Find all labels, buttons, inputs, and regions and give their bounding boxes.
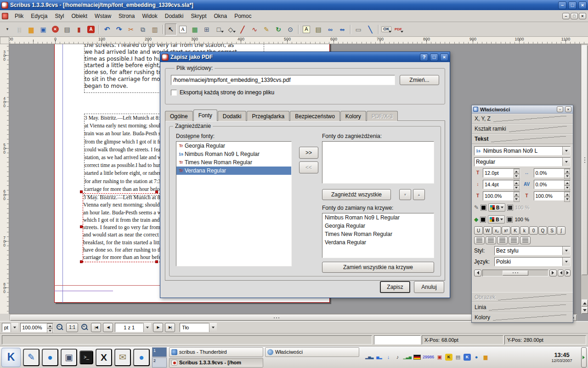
desktop-pager[interactable]: 1 2 — [152, 347, 167, 368]
spin-up-icon[interactable] — [564, 169, 570, 174]
dialog-tab[interactable]: Fonty — [193, 109, 217, 121]
dialog-tab[interactable]: Bezpieczeństwo — [290, 111, 340, 121]
spin-down-icon[interactable] — [514, 197, 520, 202]
toolbar-handle-icon[interactable]: ▾ — [1, 23, 13, 35]
toolbar-separator[interactable] — [348, 23, 352, 35]
paragraph-style-combo[interactable]: Bez stylu — [494, 246, 571, 255]
outline-font-item[interactable]: Georgia Regular — [322, 222, 434, 230]
section-image[interactable]: Obrazek — [472, 292, 573, 302]
zoom-reset-button[interactable]: 1:1 — [66, 323, 78, 332]
tray-traffic-icon[interactable]: ▅▂ — [375, 354, 383, 361]
window-titlebar[interactable]: Scribus 1.3.3.9cvs - [/home/maciej/tmp/f… — [0, 0, 588, 10]
terminal-icon[interactable]: >_ — [79, 351, 93, 364]
stroke-shade-swatch[interactable] — [507, 205, 513, 211]
palette-titlebar[interactable]: Właściwości ▫ × — [472, 105, 573, 114]
aqua-app-icon[interactable]: ● — [133, 349, 150, 366]
text-effect-button[interactable]: S — [548, 226, 556, 235]
outline-all-button[interactable]: Zamień wszystkie na krzywe — [322, 262, 434, 273]
dialog-tab[interactable]: Ogólne — [165, 111, 193, 121]
frame-handle[interactable] — [155, 260, 158, 263]
tray-cpu-icon[interactable]: ▁▃▅ — [403, 354, 411, 361]
save-button[interactable]: Zapisz — [380, 281, 410, 293]
spin-down-icon[interactable] — [564, 197, 570, 202]
insert-image-frame-button[interactable]: ▦ — [189, 23, 201, 35]
insert-freehand-button[interactable]: ✎ — [260, 23, 272, 35]
text-effect-button[interactable]: k — [520, 226, 529, 235]
tracking-spinner[interactable]: 0.0% — [534, 168, 571, 178]
line-spacing-spinner[interactable]: 14.4pt — [483, 180, 520, 189]
tab-scroll-right-icon[interactable] — [565, 270, 571, 276]
spin-up-icon[interactable] — [514, 180, 520, 185]
menu-item[interactable]: Widok — [138, 12, 161, 21]
menu-item[interactable]: Dodatki — [161, 12, 187, 21]
font-size-spinner[interactable]: 12.0pt — [483, 168, 520, 178]
font-family-combo[interactable]: 1s Nimbus Roman No9 L — [474, 146, 571, 155]
spin-up-icon[interactable] — [514, 169, 520, 174]
toolbar-separator[interactable] — [161, 23, 165, 35]
menu-item[interactable]: Edycja — [27, 12, 51, 21]
fill-color-swatch[interactable] — [480, 217, 486, 223]
menu-item[interactable]: Pomoc — [231, 12, 255, 21]
scrollbar-thumb[interactable] — [503, 270, 529, 276]
export-each-page-checkbox[interactable] — [171, 90, 177, 96]
close-document-button[interactable]: × — [49, 23, 61, 35]
next-page-button[interactable]: ▶ — [153, 323, 163, 332]
link-text-frames-button[interactable]: ∞ — [324, 23, 336, 35]
insert-line-button[interactable]: ╱ — [237, 23, 249, 35]
section-xyz[interactable]: X, Y, Z — [472, 114, 573, 124]
chevron-down-icon[interactable] — [562, 247, 570, 255]
menu-item[interactable]: Strona — [115, 12, 138, 21]
first-page-button[interactable]: |◀ — [91, 323, 101, 332]
outline-font-item[interactable]: Times New Roman Regular — [322, 230, 434, 238]
section-shape[interactable]: Kształt ramki — [472, 124, 573, 134]
text-effect-button[interactable]: Q — [538, 226, 547, 235]
insert-table-button[interactable]: ⊞ — [201, 23, 213, 35]
spin-up-icon[interactable] — [564, 192, 570, 197]
help-button[interactable]: ? — [420, 53, 428, 61]
chevron-down-icon[interactable] — [209, 323, 217, 332]
mdi-restore-button[interactable]: □ — [571, 13, 578, 19]
align-left-button[interactable] — [474, 236, 485, 244]
menu-item[interactable]: Plik — [11, 12, 27, 21]
panel-hide-button[interactable] — [581, 347, 587, 368]
unit-combo[interactable]: pt — [2, 323, 18, 332]
menu-item[interactable]: Okna — [210, 12, 231, 21]
open-document-button[interactable]: ▆ — [25, 23, 37, 35]
cancel-button[interactable]: Anuluj — [414, 281, 444, 293]
scroll-right-icon[interactable] — [549, 270, 557, 276]
frame-handle[interactable] — [80, 190, 83, 193]
pager-desktop[interactable]: 2 — [152, 357, 167, 368]
last-page-button[interactable]: ▶| — [165, 323, 175, 332]
align-justify-button[interactable] — [509, 236, 519, 244]
tray-keyboard-de-icon[interactable] — [413, 355, 421, 360]
dialog-close-button[interactable]: × — [440, 53, 448, 61]
available-fonts-list[interactable]: Tr Georgia Regular 1s Nimbus Roman No9 L… — [176, 141, 292, 266]
scroll-down-icon[interactable] — [582, 307, 588, 314]
font-list-item[interactable]: 1s Nimbus Roman No9 L Regular — [176, 150, 291, 158]
outline-fonts-list[interactable]: Nimbus Roman No9 L Regular Georgia Regul… — [322, 213, 434, 258]
section-line[interactable]: Linia — [472, 302, 573, 312]
align-force-button[interactable] — [520, 236, 531, 244]
text-effect-button[interactable]: U — [474, 226, 483, 235]
insert-text-frame-button[interactable]: A — [177, 23, 189, 35]
new-document-button[interactable]: ▯ — [13, 23, 25, 35]
scroll-left-icon[interactable] — [474, 270, 481, 276]
dialog-tab[interactable]: PDF/X-3 — [367, 111, 398, 121]
change-path-button[interactable]: Zmień... — [400, 75, 439, 85]
zoom-out-icon[interactable]: − — [55, 323, 64, 332]
pdf-push-button-tool[interactable]: OK — [380, 23, 392, 35]
page-combo[interactable]: 1 z 1 — [115, 323, 151, 332]
chevron-down-icon[interactable] — [562, 158, 570, 166]
tray-counter-label[interactable]: 29986 — [423, 354, 434, 361]
spin-down-icon[interactable] — [47, 328, 53, 334]
mail-client-icon[interactable]: ✉ — [114, 349, 131, 366]
font-list-item[interactable]: Tr Times New Roman Regular — [176, 158, 291, 167]
tray-klipper-icon[interactable]: ▤ — [454, 354, 462, 361]
previous-page-button[interactable]: ◀ — [103, 323, 113, 332]
menu-item[interactable]: Styl — [51, 12, 68, 21]
undo-button[interactable]: ↶ — [101, 23, 113, 35]
text-effect-button[interactable]: K — [511, 226, 520, 235]
panel-clock[interactable]: 13:45 12/03/2007 — [545, 351, 579, 363]
taskbar-button-wlasciwosci[interactable]: Właściwości — [265, 347, 359, 357]
paste-button[interactable]: ▥ — [149, 23, 161, 35]
